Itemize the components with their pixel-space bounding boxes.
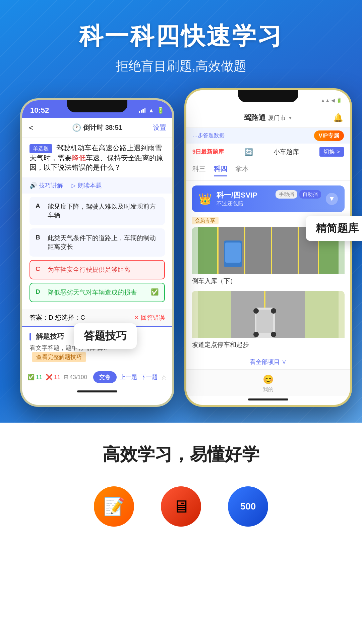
video-thumbnail-2 (192, 291, 345, 338)
date-tag: 9日最新题库 (192, 148, 224, 156)
answer-label: 答案：D 您选择：C (29, 313, 85, 322)
question-tag: 单选题 (29, 144, 52, 153)
phone-right: ▲▲ ◀ 🔋 驾路通 厦门市 ▼ 🔔 …步答题数据 VIP专属 (184, 88, 352, 407)
home-indicator-left (77, 390, 117, 392)
next-button[interactable]: 下一题 (140, 373, 158, 381)
signal-icon (139, 108, 145, 113)
feature-2: 🖥 (161, 486, 201, 527)
video-title-2: 坡道定点停车和起步 (192, 338, 345, 351)
correct-number: 11 (36, 374, 42, 381)
svip-title: 科一/四SVIP (217, 190, 257, 200)
bottom-title: 高效学习，易懂好学 (103, 443, 259, 466)
mine-label: 我的 (263, 386, 274, 393)
timer-label: 倒计时 (83, 123, 103, 132)
phone-left: 10:52 ▲ 🔋 < (20, 98, 174, 407)
feature-3: 500 (228, 486, 268, 527)
feature-1: 📝 (94, 486, 134, 527)
svg-point-16 (253, 332, 259, 337)
video-title-1: 倒车入库（下） (192, 274, 345, 287)
vip-badge[interactable]: VIP专属 (314, 130, 344, 141)
home-indicator-right (248, 398, 288, 400)
play-icon: ▷ (71, 182, 76, 189)
tips-label: 技巧讲解 (39, 181, 63, 190)
check-icon: ✅ (151, 288, 159, 296)
mode-toggle: 手动挡 自动挡 (276, 190, 321, 199)
sync-text: …步答题数据 (192, 132, 225, 139)
subject-tabs: 科三 科四 拿本 (186, 160, 350, 181)
bell-icon-right[interactable]: 🔔 (333, 113, 343, 122)
option-c[interactable]: C 为车辆安全行驶提供足够距离 (29, 260, 165, 279)
grid-icon: ⊞ (64, 374, 68, 381)
question-highlight: 降低 (72, 154, 86, 162)
right-app-name: 驾路通 (244, 113, 266, 123)
svip-banner[interactable]: 👑 科一/四SVIP 不过还包赔 手动挡 自动挡 ▼ (192, 185, 345, 212)
phone-left-notch (67, 100, 127, 112)
tips-aid[interactable]: 🔊 技巧讲解 (29, 181, 63, 190)
bottom-bar-left: ✅ 11 ❌ 11 ⊞ 43/100 交卷 上一题 下一题 (22, 367, 172, 387)
see-all-button[interactable]: 看全部项目 ∨ (192, 355, 345, 369)
refresh-icon[interactable]: 🔄 (245, 148, 253, 156)
svg-rect-13 (256, 310, 273, 333)
svg-point-17 (271, 332, 276, 337)
read-aid[interactable]: ▷ 朗读本题 (71, 181, 102, 190)
svg-point-14 (253, 308, 259, 314)
hero-section: 科一科四快速学习 拒绝盲目刷题,高效做题 10:52 ▲ (0, 0, 362, 423)
back-button-left[interactable]: < (29, 123, 34, 132)
auto-mode-btn[interactable]: 自动挡 (299, 190, 321, 199)
slope-svg (192, 291, 345, 338)
bottom-section: 高效学习，易懂好学 📝 🖥 500 (0, 423, 362, 644)
correct-count: ✅ 11 (27, 374, 42, 381)
switch-btn[interactable]: 切换 > (319, 147, 344, 157)
bottom-nav-right: 😊 我的 (186, 369, 350, 396)
status-icons-left: ▲ 🔋 (139, 107, 164, 114)
status-time-left: 10:52 (30, 106, 49, 115)
battery-icon: 🔋 (157, 107, 164, 114)
option-a-letter: A (36, 202, 43, 210)
options-list: A 能见度下降，驾驶人难以及时发现前方车辆 B 此类天气条件下的道路上，车辆的制… (22, 194, 172, 309)
option-b-text: 此类天气条件下的道路上，车辆的制动距离变长 (48, 234, 159, 251)
phone-left-inner: 10:52 ▲ 🔋 < (22, 100, 172, 405)
status-icons-right: ▲▲ ◀ 🔋 (321, 98, 342, 103)
solution-title-text: 解题技巧 (36, 332, 64, 340)
option-b[interactable]: B 此类天气条件下的道路上，车辆的制动距离变长 (29, 228, 165, 257)
option-d[interactable]: D 降低恶劣天气对车辆造成的损害 ✅ (29, 283, 165, 302)
500-label: 500 (240, 501, 256, 512)
star-icon[interactable]: ☆ (161, 373, 167, 381)
member-label: 会员专享 (192, 217, 219, 224)
hero-subtitle: 拒绝盲目刷题,高效做题 (116, 58, 247, 75)
solution-btn[interactable]: 查看完整解题技巧 (32, 352, 86, 362)
features-row: 📝 🖥 500 (13, 486, 349, 527)
x-icon-small: ❌ (46, 374, 53, 381)
progress-display: ⊞ 43/100 (64, 374, 87, 381)
tab-naben[interactable]: 拿本 (235, 164, 249, 176)
option-a[interactable]: A 能见度下降，驾驶人难以及时发现前方车辆 (29, 197, 165, 225)
settings-button-left[interactable]: 设置 (153, 123, 166, 132)
prev-button[interactable]: 上一题 (120, 373, 137, 381)
bottom-nav-mine[interactable]: 😊 我的 (263, 374, 274, 393)
timer-value: 38:51 (105, 124, 122, 131)
video-card-2[interactable]: 坡道定点停车和起步 (192, 291, 345, 351)
tab-ke4[interactable]: 科四 (214, 164, 227, 176)
person-icon: 😊 (263, 374, 274, 385)
wifi-icon: ▲ (148, 107, 154, 114)
screen-icon: 🖥 (172, 496, 190, 517)
svg-rect-5 (298, 227, 299, 274)
tab-ke3[interactable]: 科三 (192, 164, 206, 176)
progress-text: 43/100 (70, 374, 87, 381)
svip-text-block: 科一/四SVIP 不过还包赔 (217, 190, 257, 207)
floating-label-answer-tips: 答题技巧 (74, 323, 137, 349)
nav-bar-right: 驾路通 厦门市 ▼ 🔔 (186, 108, 350, 128)
submit-button[interactable]: 交卷 (93, 371, 117, 383)
crown-icon: 👑 (198, 193, 212, 205)
see-all-label: 看全部项目 ∨ (250, 358, 287, 366)
wrong-count: ❌ 11 (46, 374, 60, 381)
bank-name: 小车题库 (274, 148, 299, 156)
feature-icon-2: 🖥 (161, 486, 201, 527)
location-chevron-icon: ▼ (288, 115, 293, 120)
option-c-text: 为车辆安全行驶提供足够距离 (48, 265, 130, 274)
manual-mode-btn[interactable]: 手动挡 (276, 190, 297, 199)
option-b-letter: B (36, 234, 43, 241)
floating-label-jingji: 精简题库 (306, 216, 362, 241)
timer-clock-icon: 🕐 (72, 123, 81, 132)
question-body: 单选题 驾驶机动车在高速公路上遇到雨雪天气时，需要降低车速、保持安全距离的原因，… (22, 138, 172, 177)
